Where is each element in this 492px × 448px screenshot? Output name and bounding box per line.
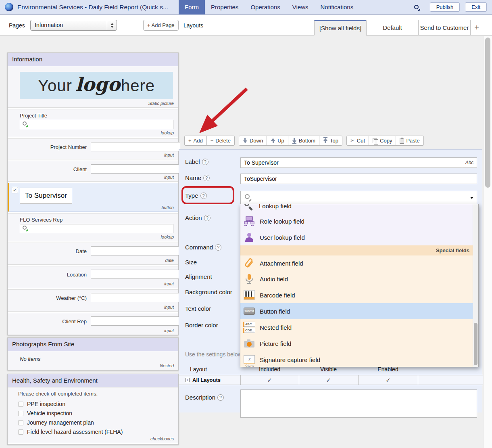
field-label: FLO Services Rep — [20, 217, 63, 223]
page-select[interactable]: Information — [30, 20, 117, 31]
project-title-lookup-input[interactable] — [20, 120, 173, 129]
size-field-title: Size — [185, 259, 197, 266]
publish-button[interactable]: Publish — [430, 2, 460, 12]
paste-button[interactable]: Paste — [396, 136, 423, 146]
field-row-weather[interactable]: Weather (°C) input — [8, 289, 178, 312]
description-textarea[interactable] — [240, 389, 477, 418]
field-row-flo-services-rep[interactable]: FLO Services Rep lookup — [8, 213, 178, 241]
add-page-button[interactable]: + Add Page — [143, 20, 179, 31]
add-layout-tab-button[interactable]: + — [471, 20, 483, 36]
layout-visibility-table: Layout Included Visible Enabled + All La… — [179, 366, 483, 385]
name-input[interactable] — [240, 174, 477, 184]
included-checkmark[interactable]: ✓ — [240, 377, 299, 384]
layouts-link[interactable]: Layouts — [183, 22, 203, 29]
client-input[interactable] — [91, 164, 180, 174]
page-scrollbar-thumb[interactable] — [485, 38, 490, 188]
copy-button[interactable]: Copy — [369, 136, 396, 146]
help-icon[interactable]: ? — [215, 244, 221, 251]
menu-item-form[interactable]: Form — [179, 0, 205, 15]
section-header-photographs[interactable]: Photographs From Site — [8, 338, 178, 351]
menu-item-views[interactable]: Views — [286, 0, 315, 15]
field-row-client-rep[interactable]: Client Rep input — [8, 313, 178, 335]
checkbox-row-journey[interactable]: Journey management plan — [18, 419, 94, 426]
page-scrollbar[interactable] — [483, 36, 492, 448]
add-field-button[interactable]: +Add — [184, 136, 207, 146]
tab-default[interactable]: Default — [366, 20, 419, 36]
checkbox-icon[interactable] — [18, 402, 23, 407]
menu-item-operations[interactable]: Operations — [244, 0, 286, 15]
menu-item-notifications[interactable]: Notifications — [315, 0, 360, 15]
expand-icon[interactable]: + — [185, 378, 190, 382]
dropdown-item-button-field-selected[interactable]: submit Button field — [240, 303, 478, 319]
label-input[interactable] — [240, 157, 462, 168]
dropdown-item-picture-field[interactable]: Picture field — [240, 335, 478, 352]
field-row-photographs-nested[interactable]: No items Nested — [8, 351, 178, 370]
dropdown-item-signature-capture-field[interactable]: x Sign Signature capture field — [240, 352, 478, 367]
checkbox-icon[interactable] — [18, 411, 23, 416]
exit-button[interactable]: Exit — [465, 2, 487, 12]
move-bottom-button[interactable]: Bottom — [288, 136, 319, 146]
tab-send-to-customer[interactable]: Send to Customer — [418, 20, 471, 36]
combo-dropdown-arrow-icon[interactable] — [470, 197, 473, 199]
checkbox-row-flha[interactable]: Field level hazard assessment (FLHA) — [18, 429, 123, 435]
col-header-layout: Layout — [190, 366, 207, 373]
flo-services-rep-lookup-input[interactable] — [20, 224, 173, 233]
help-icon[interactable]: ? — [202, 159, 208, 165]
tab-show-all-fields[interactable]: [Show all fields] — [314, 20, 367, 36]
dropdown-scrollbar-thumb[interactable] — [474, 323, 477, 365]
cut-label: Cut — [357, 138, 365, 144]
search-icon[interactable] — [414, 5, 419, 9]
visible-checkmark[interactable]: ✓ — [299, 377, 358, 384]
type-combo-box[interactable] — [240, 191, 477, 204]
command-title-text: Command — [185, 244, 213, 251]
dropdown-item-user-lookup-field[interactable]: User lookup field — [240, 229, 478, 245]
move-up-button[interactable]: Up — [267, 136, 288, 146]
help-icon[interactable]: ? — [204, 215, 211, 221]
checkbox-row-ppe[interactable]: PPE inspection — [18, 401, 65, 407]
help-icon[interactable]: ? — [203, 175, 210, 181]
checkbox-icon[interactable] — [18, 420, 23, 425]
cut-button[interactable]: ✂Cut — [346, 136, 369, 146]
dropdown-scrollbar[interactable] — [473, 204, 478, 367]
move-top-button[interactable]: Top — [319, 136, 342, 146]
annotation-arrow — [190, 82, 254, 138]
field-row-to-supervisor-selected[interactable]: ✓ To Supervisor button — [8, 183, 178, 212]
menu-item-properties[interactable]: Properties — [205, 0, 244, 15]
dropdown-item-attachment-field[interactable]: Attachment field — [240, 255, 478, 271]
dropdown-item-audio-field[interactable]: Audio field — [240, 271, 478, 287]
field-row-location[interactable]: Location input — [8, 266, 178, 288]
field-row-date[interactable]: Date date — [8, 243, 178, 265]
field-row-static-picture[interactable]: Your logo here Static picture — [8, 66, 178, 108]
field-checkbox-checked[interactable]: ✓ — [12, 187, 18, 193]
pages-link[interactable]: Pages — [9, 22, 25, 29]
project-number-input[interactable] — [91, 142, 180, 151]
top-label: Top — [330, 138, 338, 144]
weather-input[interactable] — [91, 293, 180, 302]
move-down-button[interactable]: Down — [239, 136, 267, 146]
dropdown-item-lookup-field[interactable]: Lookup field — [240, 204, 478, 213]
checkbox-row-vehicle[interactable]: Vehicle inspection — [18, 410, 72, 417]
field-row-project-title[interactable]: Project Title lookup — [8, 109, 178, 137]
field-row-client[interactable]: Client input — [8, 161, 178, 182]
section-header-hse[interactable]: Health, Safety and Environment — [8, 374, 178, 387]
field-label: Client — [8, 166, 87, 172]
dropdown-item-role-lookup-field[interactable]: Role lookup field — [240, 213, 478, 229]
field-row-project-number[interactable]: Project Number input — [8, 138, 178, 159]
date-input[interactable] — [91, 246, 180, 255]
section-header-information[interactable]: Information — [8, 53, 178, 66]
delete-field-button[interactable]: −Delete — [206, 136, 235, 146]
table-row-all-layouts[interactable]: + All Layouts ✓ ✓ ✓ — [179, 375, 483, 385]
checkbox-prompt: Please check off completed items: — [18, 391, 98, 397]
dropdown-item-barcode-field[interactable]: Barcode field — [240, 287, 478, 303]
dropdown-item-nested-field[interactable]: ABC...CDE... Nested field — [240, 319, 478, 335]
name-field-title: Name? — [185, 174, 210, 181]
location-input[interactable] — [91, 270, 180, 279]
to-supervisor-button[interactable]: To Supervisor — [20, 188, 72, 204]
field-row-hse-checkboxes[interactable]: Please check off completed items: PPE in… — [8, 387, 178, 443]
help-icon[interactable]: ? — [217, 394, 224, 401]
field-type-annotation: input — [164, 281, 174, 286]
enabled-checkmark[interactable]: ✓ — [359, 377, 417, 384]
checkbox-icon[interactable] — [18, 429, 23, 435]
client-rep-input[interactable] — [91, 316, 180, 326]
label-format-button[interactable]: Abc — [462, 157, 477, 168]
